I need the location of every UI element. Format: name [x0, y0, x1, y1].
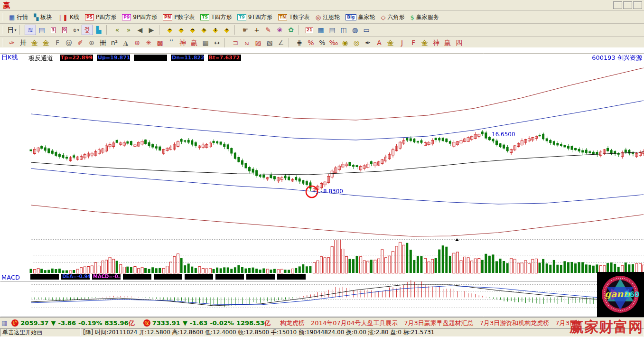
draw-tool-button[interactable]: ʹʹ — [166, 37, 177, 48]
draw-tool-button[interactable]: ✳ — [143, 37, 154, 48]
chart-area[interactable]: 日K线 极反通道 Tp=22.8998Up=19.8717Dn=11.8220B… — [0, 47, 644, 317]
toolbar-button[interactable]: PS P四方形 — [82, 12, 119, 22]
menu-item[interactable] — [88, 4, 98, 6]
toolbar-icon-button[interactable]: ▭ — [361, 25, 372, 35]
draw-tool-button[interactable]: ‰ — [328, 37, 339, 48]
toolbar-icon-button[interactable]: ☛ — [240, 25, 251, 35]
draw-tool-button[interactable]: ▩ — [154, 37, 166, 48]
toolbar-icon-button[interactable]: 21 — [304, 25, 315, 35]
draw-tool-button[interactable]: ◉ — [339, 37, 351, 48]
toolbar-icon-button[interactable]: ◆ ↕ — [210, 25, 221, 35]
toolbar-icon-button[interactable]: + — [251, 25, 262, 35]
toolbar-icon-button[interactable]: ✎ — [262, 25, 274, 35]
draw-tool-button[interactable]: ▧ — [264, 37, 275, 48]
toolbar-icon-button[interactable]: ▶ — [146, 25, 157, 35]
draw-tool-button[interactable]: ✐ — [75, 37, 86, 48]
toolbar-icon-button[interactable]: ◆ ← — [164, 25, 176, 35]
draw-tool-button[interactable]: ∠ — [275, 37, 287, 48]
toolbar-icon-button[interactable]: ▦ — [315, 25, 327, 35]
draw-tool-button[interactable]: F — [52, 37, 63, 48]
toolbar-icon-button[interactable]: ❀ — [274, 25, 285, 35]
draw-tool-button[interactable]: ⊕ — [86, 37, 97, 48]
toolbar-icon-button[interactable]: ◫ — [338, 25, 349, 35]
draw-tool-button[interactable]: F — [408, 37, 419, 48]
toolbar-icon-button[interactable]: ▤ — [36, 25, 47, 35]
draw-tool-button[interactable]: ⊐ — [230, 37, 241, 48]
draw-tool-button[interactable]: % — [317, 37, 328, 48]
toolbar-icon-button[interactable] — [299, 25, 302, 35]
menu-item[interactable] — [67, 4, 77, 6]
draw-tool-button[interactable]: 卌 — [97, 37, 109, 48]
draw-tool-button[interactable]: 神 — [177, 37, 188, 48]
draw-tool-button[interactable]: 神 — [430, 37, 442, 48]
toolbar-button[interactable]: PN P数字表 — [160, 12, 197, 22]
toolbar-button[interactable]: TS T四方形 — [197, 12, 234, 22]
toolbar-icon-button[interactable] — [159, 25, 162, 35]
quote-grid-icon[interactable]: ▦ — [1, 319, 7, 327]
toolbar-icon-button[interactable] — [234, 25, 238, 35]
menu-item[interactable] — [56, 4, 67, 6]
toolbar-icon-button[interactable]: 爻 — [82, 25, 93, 35]
draw-tool-button[interactable]: 金 — [29, 37, 40, 48]
toolbar-icon-button[interactable]: ◆ + — [221, 25, 233, 35]
draw-tool-button[interactable]: 四 — [453, 37, 465, 48]
draw-hint-cell[interactable]: 单击这里开始画 — [0, 328, 81, 337]
window-control-button[interactable] — [633, 1, 642, 9]
draw-tool-button[interactable]: @ — [63, 37, 75, 48]
indicator-label[interactable]: 极反通道 — [28, 54, 53, 63]
draw-tool-button[interactable]: 金 — [385, 37, 396, 48]
toolbar-icon-button[interactable]: 9 — [59, 25, 70, 35]
draw-tool-button[interactable]: ⋕ — [294, 37, 305, 48]
toolbar-button[interactable]: $ 赢家服务 — [408, 12, 442, 22]
draw-tool-button[interactable]: ↔ — [211, 37, 223, 48]
toolbar-icon-button[interactable]: ▙ — [93, 25, 104, 35]
draw-tool-button[interactable] — [224, 38, 228, 47]
toolbar-icon-button[interactable]: « — [112, 25, 123, 35]
draw-tool-button[interactable]: ⊕ — [131, 37, 143, 48]
draw-tool-button[interactable]: n² — [109, 37, 120, 48]
toolbar-button[interactable]: ◎ 江恩轮 — [313, 12, 343, 22]
draw-tool-button[interactable]: ▦ — [200, 37, 211, 48]
toolbar-icon-button[interactable] — [19, 25, 23, 35]
toolbar-icon-button[interactable]: 3 — [47, 25, 59, 35]
toolbar-button[interactable]: ▦ 行情 — [6, 12, 31, 22]
draw-tool-button[interactable]: ◮ — [120, 37, 131, 48]
toolbar-button[interactable]: Big 赢家轮 — [343, 12, 378, 22]
draw-tool-button[interactable]: % — [305, 37, 317, 48]
draw-tool-button[interactable] — [289, 38, 292, 47]
window-control-button[interactable] — [613, 1, 622, 9]
menu-item[interactable] — [77, 4, 88, 6]
toolbar-icon-button[interactable]: ◍ — [349, 25, 361, 35]
draw-tool-button[interactable]: 赢 — [188, 37, 200, 48]
toolbar-button[interactable]: T9 9T四方形 — [234, 12, 275, 22]
menu-item[interactable] — [25, 4, 36, 6]
toolbar-icon-button[interactable]: ◆ ⇆ — [198, 25, 210, 35]
toolbar-button[interactable]: ❘❚ K线 — [55, 12, 82, 22]
toolbar-icon-button[interactable]: ≋ — [25, 25, 36, 35]
toolbar-icon-button[interactable]: ✿ — [285, 25, 297, 35]
toolbar-button[interactable]: P9 9P四方形 — [119, 12, 160, 22]
toolbar-button[interactable]: TN T数字表 — [275, 12, 313, 22]
toolbar-icon-button[interactable]: ⌽ ▾ — [70, 25, 82, 35]
draw-tool-button[interactable]: ✒ — [362, 37, 373, 48]
draw-tool-button[interactable]: 金 — [419, 37, 430, 48]
toolbar-icon-button[interactable]: ◆ ↔ — [187, 25, 198, 35]
toolbar-button[interactable]: ▚ 板块 — [31, 12, 55, 22]
draw-tool-button[interactable]: ✑ — [6, 37, 18, 48]
menu-item[interactable] — [36, 4, 46, 6]
news-marquee[interactable]: 构龙虎榜 2014年07月04号大盘工具展示 7月3日赢家早盘题材汇总 7月3日… — [280, 319, 582, 328]
draw-tool-button[interactable]: ◎ — [351, 37, 362, 48]
macd-pane-label[interactable]: MACD — [1, 274, 20, 281]
draw-tool-button[interactable]: ▨ — [252, 37, 264, 48]
draw-tool-button[interactable]: 卅 — [18, 37, 29, 48]
toolbar-icon-button[interactable]: ▤ — [327, 25, 338, 35]
draw-tool-button[interactable]: ⧅ — [241, 37, 252, 48]
draw-tool-button[interactable]: J — [396, 37, 408, 48]
shenzhen-index-badge[interactable]: 深 — [143, 319, 150, 327]
shanghai-index-badge[interactable]: 沪 — [11, 319, 19, 327]
toolbar-icon-button[interactable] — [106, 25, 110, 35]
toolbar-icon-button[interactable]: ◆ → — [176, 25, 187, 35]
menu-item[interactable] — [109, 4, 119, 6]
menu-item[interactable] — [15, 4, 25, 6]
toolbar-icon-button[interactable]: ◀ — [134, 25, 146, 35]
